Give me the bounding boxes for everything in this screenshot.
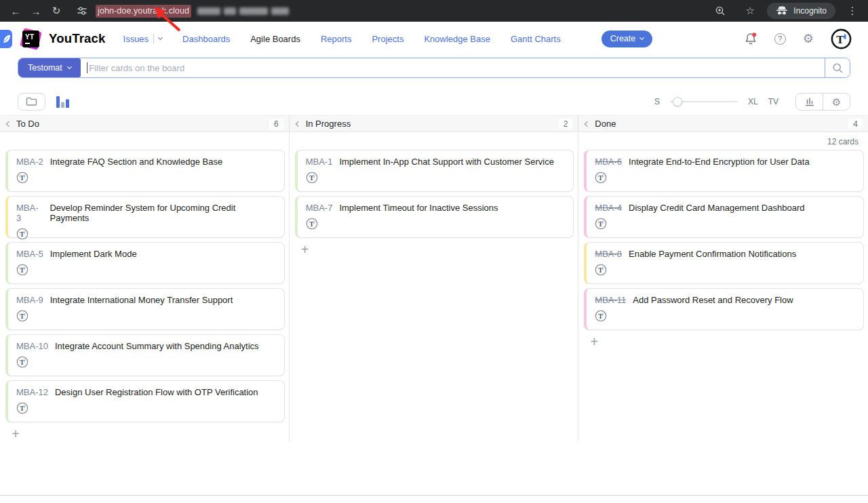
board-card[interactable]: MBA-3 Develop Reminder System for Upcomi… [5, 196, 285, 238]
card-header: MBA-6 Integrate End-to-End Encryption fo… [595, 157, 855, 167]
board-card[interactable]: MBA-10 Integrate Account Summary with Sp… [5, 334, 285, 376]
user-avatar[interactable]: T [831, 28, 852, 49]
card-title: Implement In-App Chat Support with Custo… [339, 157, 553, 167]
chart-report-button[interactable] [795, 93, 823, 110]
card-id[interactable]: MBA-7 [306, 203, 333, 213]
browser-forward-icon[interactable]: → [28, 3, 43, 18]
search-button[interactable] [825, 58, 850, 77]
card-header: MBA-3 Develop Reminder System for Upcomi… [16, 203, 276, 223]
add-card-button[interactable]: + [8, 426, 23, 441]
card-id[interactable]: MBA-8 [595, 249, 622, 259]
browser-back-icon[interactable]: ← [8, 3, 23, 18]
assignee-avatar: T [595, 264, 855, 276]
card-id[interactable]: MBA-3 [16, 203, 43, 223]
board-card[interactable]: MBA-9 Integrate International Money Tran… [5, 288, 285, 330]
nav-divider [153, 34, 154, 43]
card-id[interactable]: MBA-6 [595, 157, 622, 167]
issues-dropdown-chevron-icon[interactable] [158, 35, 163, 40]
folder-icon [26, 97, 37, 106]
assignee-avatar: T [306, 172, 566, 184]
card-id[interactable]: MBA-5 [16, 249, 43, 259]
collapse-column-chevron-icon[interactable] [295, 121, 300, 126]
card-id[interactable]: MBA-1 [306, 157, 333, 167]
zoom-icon[interactable] [713, 3, 728, 18]
svg-text:T: T [598, 313, 603, 320]
board-settings-button[interactable]: ⚙ [823, 93, 850, 110]
notifications-bell-icon[interactable] [744, 32, 757, 46]
card-header: MBA-9 Integrate International Money Tran… [16, 295, 276, 305]
board-toolbar: S XL TV ⚙ [0, 92, 868, 111]
board-card[interactable]: MBA-12 Design User Registration Flow wit… [5, 380, 285, 422]
card-id[interactable]: MBA-9 [16, 295, 43, 305]
collapse-column-chevron-icon[interactable] [6, 121, 12, 126]
incognito-badge: Incognito [767, 3, 835, 19]
browser-reload-icon[interactable]: ↻ [49, 3, 64, 18]
column-name: In Progress [306, 119, 351, 129]
incognito-label: Incognito [793, 6, 827, 16]
card-header: MBA-4 Display Credit Card Management Das… [595, 203, 855, 213]
column-headers: To Do 6 In Progress 2 Done 4 [0, 115, 868, 132]
board-card[interactable]: MBA-2 Integrate FAQ Section and Knowledg… [5, 150, 285, 192]
card-size-slider[interactable] [670, 96, 738, 107]
add-card-button[interactable]: + [298, 242, 313, 257]
help-icon[interactable]: ? [774, 33, 786, 45]
page-bottom-divider [0, 495, 868, 496]
filter-placeholder: Filter cards on the board [89, 63, 184, 73]
svg-text:T: T [836, 33, 844, 45]
address-bar[interactable]: john-doe.youtrack.cloud [75, 3, 713, 18]
size-max-label[interactable]: XL [748, 97, 758, 106]
card-header: MBA-2 Integrate FAQ Section and Knowledg… [16, 157, 276, 167]
board-card[interactable]: MBA-11 Add Password Reset and Recovery F… [584, 288, 864, 330]
board-card[interactable]: MBA-4 Display Credit Card Management Das… [584, 196, 864, 238]
card-id[interactable]: MBA-12 [16, 387, 48, 397]
nav-gantt-charts[interactable]: Gantt Charts [511, 34, 561, 44]
nav-knowledge-base[interactable]: Knowledge Base [424, 34, 490, 44]
slider-knob[interactable] [673, 97, 682, 106]
main-nav: Issues Dashboards Agile Boards Reports P… [123, 31, 653, 47]
browser-actions: ☆ Incognito ⋮ [713, 3, 860, 19]
browser-menu-icon[interactable]: ⋮ [845, 3, 860, 18]
assignee-avatar: T [306, 218, 566, 230]
url-text[interactable]: john-doe.youtrack.cloud [96, 5, 191, 18]
bookmark-star-icon[interactable]: ☆ [743, 3, 757, 18]
card-id[interactable]: MBA-11 [595, 295, 626, 305]
kanban-board: 12 cards MBA-2 Integrate FAQ Section and… [0, 132, 868, 441]
nav-projects[interactable]: Projects [372, 34, 403, 44]
board-card[interactable]: MBA-1 Implement In-App Chat Support with… [295, 150, 574, 192]
filter-input[interactable]: Filter cards on the board [81, 58, 825, 77]
card-header: MBA-10 Integrate Account Summary with Sp… [16, 341, 276, 351]
settings-gear-icon[interactable]: ⚙ [803, 33, 814, 45]
youtrack-logo-icon[interactable]: YT [20, 28, 41, 49]
board-selector-button[interactable]: Testomat [18, 58, 81, 77]
card-id[interactable]: MBA-4 [595, 203, 622, 213]
card-title: Integrate FAQ Section and Knowledge Base [50, 157, 222, 167]
card-title: Integrate International Money Transfer S… [50, 295, 233, 305]
size-min-label[interactable]: S [654, 97, 660, 106]
collapse-column-chevron-icon[interactable] [585, 121, 590, 126]
chart-view-button[interactable] [56, 96, 71, 108]
card-id[interactable]: MBA-2 [16, 157, 43, 167]
extension-feather-icon[interactable] [0, 30, 12, 48]
board-card[interactable]: MBA-8 Enable Payment Confirmation Notifi… [584, 242, 864, 284]
board-card[interactable]: MBA-7 Implement Timeout for Inactive Ses… [295, 196, 574, 238]
create-chevron-icon [639, 35, 644, 40]
tv-mode-label[interactable]: TV [768, 97, 778, 106]
nav-dashboards[interactable]: Dashboards [182, 34, 230, 44]
card-list: MBA-1 Implement In-App Chat Support with… [295, 150, 574, 238]
add-card-button[interactable]: + [587, 334, 601, 349]
nav-agile-boards[interactable]: Agile Boards [250, 34, 300, 44]
card-header: MBA-7 Implement Timeout for Inactive Ses… [306, 203, 566, 213]
assignee-avatar: T [16, 402, 276, 414]
assignee-avatar: T [16, 172, 276, 184]
nav-reports[interactable]: Reports [321, 34, 352, 44]
column-done: MBA-6 Integrate End-to-End Encryption fo… [578, 132, 868, 441]
create-button[interactable]: Create [601, 31, 653, 47]
nav-issues[interactable]: Issues [123, 34, 149, 44]
card-id[interactable]: MBA-10 [16, 341, 48, 351]
site-settings-tune-icon[interactable] [75, 3, 90, 18]
column-header-todo: To Do 6 [0, 116, 290, 132]
board-card[interactable]: MBA-5 Implement Dark Mode T [5, 242, 285, 284]
board-card[interactable]: MBA-6 Integrate End-to-End Encryption fo… [584, 150, 864, 192]
backlog-folder-button[interactable] [18, 93, 45, 110]
redacted-url-blocks [197, 7, 289, 15]
